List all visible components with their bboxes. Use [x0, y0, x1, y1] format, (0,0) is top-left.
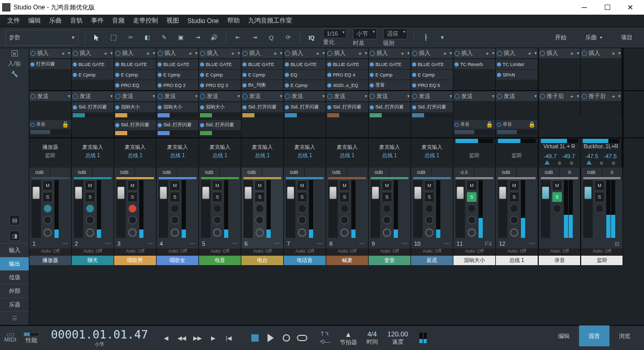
section-header[interactable]: 发送▾: [241, 91, 283, 102]
metronome-icon[interactable]: ▲: [345, 330, 352, 338]
knob[interactable]: [256, 228, 264, 237]
fader[interactable]: [583, 180, 593, 238]
knob[interactable]: [510, 228, 518, 237]
menu-Studio One[interactable]: Studio One: [183, 17, 223, 25]
record-button[interactable]: [213, 216, 221, 224]
minimize-button[interactable]: ─: [573, 0, 596, 15]
forward-button[interactable]: ▶: [207, 332, 219, 344]
solo-button[interactable]: S: [339, 192, 350, 202]
plugin-slot[interactable]: TC Limiter: [496, 59, 538, 69]
section-header[interactable]: 发送▾: [369, 91, 410, 102]
section-header[interactable]: 插入+▾: [369, 48, 410, 59]
automation-mode[interactable]: Auto: Off: [72, 248, 114, 256]
record-button[interactable]: [280, 332, 293, 344]
plugin-slot[interactable]: Sid..打开闪避: [326, 102, 368, 112]
menu-乐曲[interactable]: 乐曲: [45, 16, 66, 25]
monitor-button[interactable]: [383, 204, 391, 213]
plugin-slot[interactable]: BLUE GATE: [72, 59, 114, 69]
plugin-slot[interactable]: BLUE GATE: [241, 59, 283, 69]
channel-label[interactable]: 总线 1: [496, 256, 538, 265]
section-header[interactable]: 插入+▾: [199, 48, 241, 59]
fader[interactable]: [498, 180, 507, 238]
skip-fwd-icon[interactable]: ⇥: [247, 30, 262, 45]
channel-bus[interactable]: 总线 1: [114, 152, 156, 160]
plugin-slot[interactable]: PRO EQ 2: [157, 80, 198, 90]
plugin-slot[interactable]: E Cpmp: [411, 69, 453, 80]
fader[interactable]: [31, 180, 41, 238]
plugin-slot[interactable]: Sid..打开闪避: [114, 119, 156, 130]
plugin-slot[interactable]: BLUE GATE: [326, 59, 368, 69]
channel-bus[interactable]: 总线 1: [284, 152, 326, 160]
menu-音频[interactable]: 音频: [108, 16, 129, 25]
monitor-button[interactable]: [256, 204, 264, 213]
autoscroll-icon[interactable]: Q: [264, 30, 279, 45]
mute-button[interactable]: M: [339, 180, 350, 191]
mute-button[interactable]: M: [509, 180, 519, 191]
automation-mode[interactable]: Auto: Off: [29, 248, 71, 256]
panel-toggle-2[interactable]: ◨: [9, 231, 20, 241]
pan-readout[interactable]: [135, 168, 156, 177]
eraser-tool[interactable]: ◧: [140, 30, 154, 45]
mute-button[interactable]: M: [552, 180, 562, 191]
stop-button[interactable]: [249, 332, 261, 344]
fader[interactable]: [116, 180, 126, 238]
automation-mode[interactable]: Auto: Off: [496, 248, 538, 256]
fader[interactable]: [413, 180, 423, 238]
pan-readout[interactable]: [347, 168, 368, 177]
gain-readout[interactable]: 0dB: [496, 168, 517, 177]
plugin-slot[interactable]: BLUE GATE: [369, 59, 410, 69]
fader[interactable]: [371, 180, 380, 238]
knob[interactable]: [383, 228, 391, 237]
gain-readout[interactable]: 0dB: [539, 168, 560, 177]
section-header[interactable]: 发送▾: [496, 91, 538, 102]
pan-readout[interactable]: [305, 168, 326, 177]
plugin-slot[interactable]: Sid..打开闪避: [72, 102, 114, 112]
fader[interactable]: [286, 180, 295, 238]
mute-tool[interactable]: ⇥: [190, 30, 205, 45]
monitor-button[interactable]: [468, 204, 476, 213]
listen-tool[interactable]: 🔊: [207, 30, 221, 45]
plugin-slot[interactable]: Sid..打开闪避: [284, 102, 326, 112]
automation-mode[interactable]: Auto: Off: [539, 248, 580, 256]
hamburger-icon[interactable]: ☰: [0, 311, 29, 325]
monitor-button[interactable]: [553, 204, 561, 213]
menu-事件[interactable]: 事件: [87, 16, 108, 25]
fast-forward-button[interactable]: ▶▶: [191, 332, 204, 344]
plugin-slot[interactable]: E Cpmp: [284, 80, 326, 90]
section-header[interactable]: 发送▾: [199, 91, 241, 102]
channel-label[interactable]: 电音: [199, 256, 241, 265]
plugin-slot[interactable]: Bx_均衡: [241, 80, 283, 90]
gain-readout[interactable]: 0dB: [241, 168, 262, 177]
gain-readout[interactable]: 0dB: [411, 168, 432, 177]
record-button[interactable]: [86, 216, 94, 224]
section-header[interactable]: 发送▾: [29, 91, 71, 102]
record-button[interactable]: [43, 216, 52, 224]
plugin-slot[interactable]: E Cpmp: [369, 69, 410, 80]
pan-readout[interactable]: [262, 168, 283, 177]
monitor-button[interactable]: [595, 204, 604, 213]
knob[interactable]: [43, 228, 52, 237]
plugin-slot[interactable]: E Cpmp: [157, 69, 198, 80]
panel-toggle-1[interactable]: ▤: [9, 215, 20, 225]
record-button[interactable]: [468, 216, 476, 224]
play-button[interactable]: [264, 332, 277, 344]
menu-编辑[interactable]: 编辑: [24, 16, 45, 25]
knob[interactable]: [340, 228, 349, 237]
solo-button[interactable]: S: [42, 192, 53, 202]
automation-mode[interactable]: Auto: Off: [241, 248, 283, 256]
fader[interactable]: [243, 180, 253, 238]
plugin-slot[interactable]: E Cpmp: [241, 69, 283, 80]
plugin-slot[interactable]: BLUE GATE: [411, 59, 453, 69]
channel-bus[interactable]: 总线 1: [241, 152, 283, 160]
monitor-button[interactable]: [43, 204, 52, 213]
section-header[interactable]: 推子后+▾: [581, 91, 622, 102]
timesig[interactable]: 4/4: [368, 330, 377, 338]
menu-九鸿音频工作室[interactable]: 九鸿音频工作室: [244, 16, 296, 25]
channel-label[interactable]: 喊麦: [326, 256, 368, 265]
transport-tab-编辑[interactable]: 编辑: [549, 325, 579, 346]
plugin-slot[interactable]: BLUE GATE: [157, 59, 198, 69]
pan-readout[interactable]: [474, 168, 495, 177]
automation-mode[interactable]: Auto: Off: [284, 248, 326, 256]
fader[interactable]: [159, 180, 168, 238]
auto-punch-icon[interactable]: ⤒↴: [320, 331, 330, 337]
